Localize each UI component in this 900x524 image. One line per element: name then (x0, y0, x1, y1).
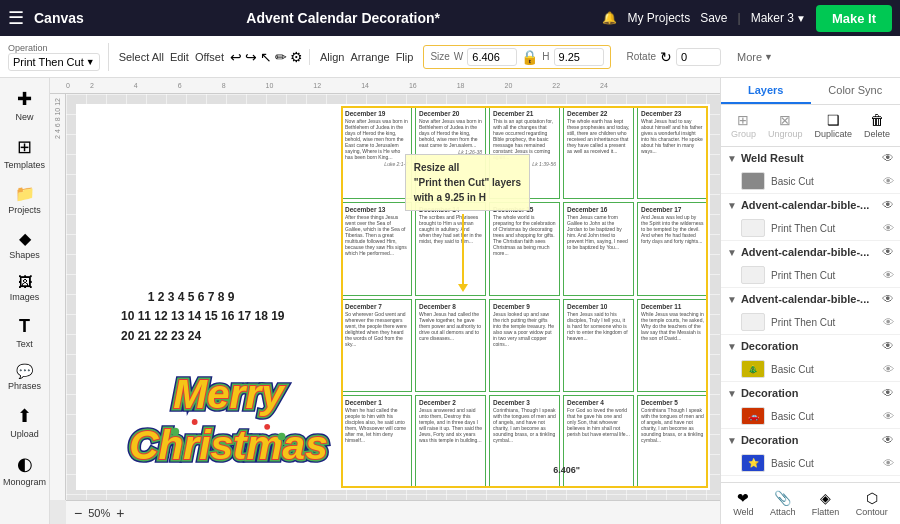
calendar-page-17[interactable]: December 17 And Jesus was led up by the … (637, 202, 708, 295)
flatten-tool-button[interactable]: ◈ Flatten (807, 487, 845, 520)
select-all-button[interactable]: Select All (119, 51, 164, 63)
settings-icon-button[interactable]: ⚙ (290, 49, 303, 65)
my-projects-button[interactable]: My Projects (627, 11, 690, 25)
calendar-page-11[interactable]: December 11 While Jesus was teaching in … (637, 299, 708, 392)
main-area: ✚ New ⊞ Templates 📁 Projects ◆ Shapes 🖼 … (0, 78, 900, 524)
layer-item-advent1[interactable]: Print Then Cut 👁 (721, 216, 900, 240)
sidebar-item-images[interactable]: 🖼 Images (3, 268, 47, 308)
calendar-page-16[interactable]: December 16 Then Jesus came from Galilee… (563, 202, 634, 295)
layer-group-advent2-header[interactable]: ▼ Advent-calendar-bible-... 👁 (721, 241, 900, 263)
pen-icon-button[interactable]: ✏ (275, 49, 287, 65)
layer-group-advent1-header[interactable]: ▼ Advent-calendar-bible-... 👁 (721, 194, 900, 216)
layer-group-advent3-header[interactable]: ▼ Advent-calendar-bible-... 👁 (721, 288, 900, 310)
group-button[interactable]: ⊞ Group (726, 109, 761, 142)
tab-color-sync[interactable]: Color Sync (811, 78, 901, 104)
edit-button[interactable]: Edit (170, 51, 189, 63)
height-input[interactable] (554, 48, 604, 66)
calendar-page-13[interactable]: December 13 After these things Jesus wen… (341, 202, 412, 295)
sidebar-item-new[interactable]: ✚ New (3, 82, 47, 128)
sidebar-item-templates[interactable]: ⊞ Templates (3, 130, 47, 176)
more-button[interactable]: More ▼ (737, 51, 773, 63)
sidebar-item-shapes[interactable]: ◆ Shapes (3, 223, 47, 266)
calendar-page-2[interactable]: December 2 Jesus answered and said unto … (415, 395, 486, 488)
layer-item-decoration3[interactable]: ⭐ Basic Cut 👁 (721, 451, 900, 475)
annotation-box: Resize all "Print then Cut" layers with … (405, 154, 530, 211)
sidebar-item-phrases[interactable]: 💬 Phrases (3, 357, 47, 397)
calendar-page-23[interactable]: December 23 What Jesus had to say about … (637, 106, 708, 199)
ungroup-button[interactable]: ⊠ Ungroup (763, 109, 808, 142)
advent1-layer-eye-icon[interactable]: 👁 (883, 222, 894, 234)
advent2-eye-icon[interactable]: 👁 (882, 245, 894, 259)
canvas-content[interactable]: 1 2 3 4 5 6 7 8 9 10 11 12 13 14 15 16 1… (66, 94, 720, 500)
align-button[interactable]: Align (320, 51, 344, 63)
weld-layer-eye-icon[interactable]: 👁 (883, 175, 894, 187)
layer-group-weld-header[interactable]: ▼ Weld Result 👁 (721, 147, 900, 169)
canvas-area[interactable]: 0 2 4 6 8 10 12 14 16 18 20 22 24 2 4 6 … (50, 78, 720, 524)
layer-group-decoration2-header[interactable]: ▼ Decoration 👁 (721, 382, 900, 404)
save-button[interactable]: Save (700, 11, 727, 25)
arrange-button[interactable]: Arrange (351, 51, 390, 63)
advent3-layer-eye-icon[interactable]: 👁 (883, 316, 894, 328)
decoration1-eye-icon[interactable]: 👁 (882, 339, 894, 353)
rotate-input[interactable] (676, 48, 721, 66)
layer-item-advent3[interactable]: Print Then Cut 👁 (721, 310, 900, 334)
layer-item-weld-basic[interactable]: Basic Cut 👁 (721, 169, 900, 193)
delete-button[interactable]: 🗑 Delete (859, 109, 895, 142)
calendar-page-22[interactable]: December 22 The whole earth has kept the… (563, 106, 634, 199)
operation-chevron-icon: ▼ (86, 57, 95, 67)
undo-button[interactable]: ↩ (230, 49, 242, 65)
zoom-out-button[interactable]: − (74, 505, 82, 521)
decoration2-eye-icon[interactable]: 👁 (882, 386, 894, 400)
offset-button[interactable]: Offset (195, 51, 224, 63)
calendar-page-9[interactable]: December 9 Jesus looked up and saw the r… (489, 299, 560, 392)
tab-layers[interactable]: Layers (721, 78, 811, 104)
layer-item-advent2[interactable]: Print Then Cut 👁 (721, 263, 900, 287)
calendar-page-7[interactable]: December 7 So wherever God went and wher… (341, 299, 412, 392)
layer-group-decoration3-header[interactable]: ▼ Decoration 👁 (721, 429, 900, 451)
calendar-page-1[interactable]: December 1 When he had called the people… (341, 395, 412, 488)
menu-icon[interactable]: ☰ (8, 7, 24, 29)
layer-group-decoration1-header[interactable]: ▼ Decoration 👁 (721, 335, 900, 357)
contour-tool-label: Contour (856, 507, 888, 517)
calendar-page-5[interactable]: December 5 Corinthians Though I speak wi… (637, 395, 708, 488)
select-icon-button[interactable]: ↖ (260, 49, 272, 65)
decoration1-layer-eye-icon[interactable]: 👁 (883, 363, 894, 375)
make-it-button[interactable]: Make It (816, 5, 892, 32)
operation-label: Operation (8, 43, 48, 53)
calendar-page-10[interactable]: December 10 Then Jesus said to his disci… (563, 299, 634, 392)
decoration2-layer-eye-icon[interactable]: 👁 (883, 410, 894, 422)
contour-tool-button[interactable]: ⬡ Contour (851, 487, 893, 520)
calendar-page-8[interactable]: December 8 When Jesus had called the Twe… (415, 299, 486, 392)
christmas-element[interactable]: Merry Christmas Merry Christmas Merry Ch… (116, 335, 341, 480)
advent3-eye-icon[interactable]: 👁 (882, 292, 894, 306)
advent1-eye-icon[interactable]: 👁 (882, 198, 894, 212)
calendar-page-14[interactable]: December 14 The scribes and Pharisees br… (415, 202, 486, 295)
advent2-layer-eye-icon[interactable]: 👁 (883, 269, 894, 281)
duplicate-button[interactable]: ❑ Duplicate (809, 109, 857, 142)
weld-eye-icon[interactable]: 👁 (882, 151, 894, 165)
calendar-page-3[interactable]: December 3 Corinthians, Though I speak w… (489, 395, 560, 488)
advent1-thumb (741, 219, 765, 237)
attach-tool-button[interactable]: 📎 Attach (765, 487, 801, 520)
sidebar-item-monogram[interactable]: ◐ Monogram (3, 447, 47, 493)
operation-dropdown[interactable]: Print Then Cut ▼ (8, 53, 100, 71)
redo-button[interactable]: ↪ (245, 49, 257, 65)
calendar-page-19[interactable]: December 19 Now after Jesus was born in … (341, 106, 412, 199)
flip-button[interactable]: Flip (396, 51, 414, 63)
calendar-page-15[interactable]: December 15 The whole world is preparing… (489, 202, 560, 295)
separator: | (738, 11, 741, 25)
weld-tool-button[interactable]: ❤ Weld (728, 487, 758, 520)
decoration3-eye-icon[interactable]: 👁 (882, 433, 894, 447)
decoration3-layer-eye-icon[interactable]: 👁 (883, 457, 894, 469)
bell-icon[interactable]: 🔔 (602, 11, 617, 25)
advent2-chevron-icon: ▼ (727, 247, 737, 258)
width-input[interactable] (467, 48, 517, 66)
lock-icon[interactable]: 🔒 (521, 49, 538, 65)
layer-item-decoration1[interactable]: 🎄 Basic Cut 👁 (721, 357, 900, 381)
sidebar-item-projects[interactable]: 📁 Projects (3, 178, 47, 221)
sidebar-item-text[interactable]: T Text (3, 310, 47, 355)
sidebar-item-upload[interactable]: ⬆ Upload (3, 399, 47, 445)
maker-button[interactable]: Maker 3 ▼ (751, 11, 806, 25)
layer-item-decoration2[interactable]: 🚗 Basic Cut 👁 (721, 404, 900, 428)
zoom-in-button[interactable]: + (116, 505, 124, 521)
